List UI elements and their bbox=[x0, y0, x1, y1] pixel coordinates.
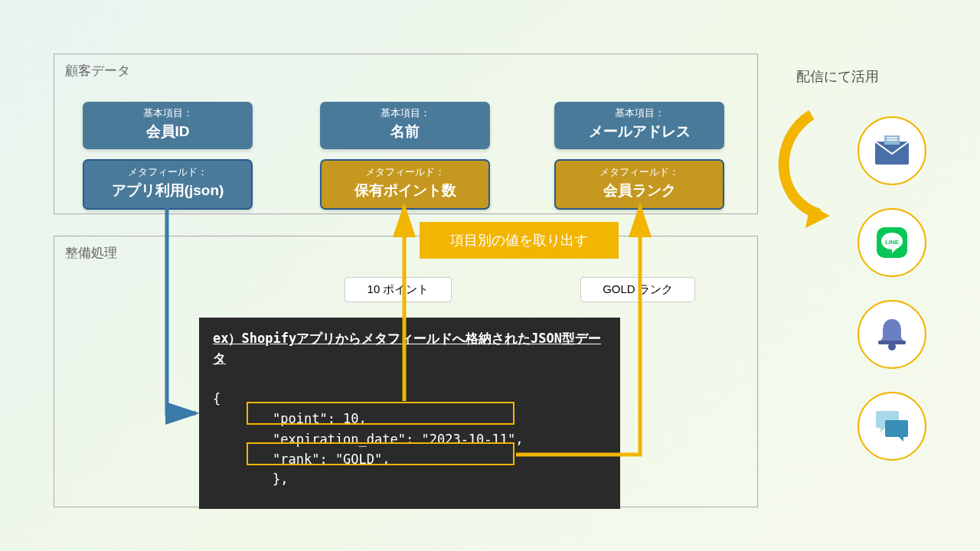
value-points: 10 ポイント bbox=[345, 277, 452, 302]
line-icon: LINE bbox=[858, 208, 926, 277]
basic-field-email: 基本項目： メールアドレス bbox=[554, 102, 724, 149]
panel-title: 顧客データ bbox=[65, 62, 746, 80]
right-title: 配信にて活用 bbox=[796, 67, 879, 86]
basic-field-name: 基本項目： 名前 bbox=[320, 102, 490, 149]
highlight-rank-line bbox=[247, 442, 514, 465]
svg-rect-10 bbox=[885, 420, 908, 437]
mail-icon bbox=[858, 116, 926, 185]
panel-title: 整備処理 bbox=[65, 244, 746, 262]
extract-label-box: 項目別の値を取り出す bbox=[420, 222, 619, 259]
chat-icon bbox=[858, 392, 926, 461]
meta-field-app-json: メタフィールド： アプリ利用(json) bbox=[83, 159, 253, 210]
svg-text:LINE: LINE bbox=[885, 239, 900, 246]
meta-field-points: メタフィールド： 保有ポイント数 bbox=[320, 159, 490, 210]
svg-rect-8 bbox=[878, 341, 906, 344]
bell-icon bbox=[858, 300, 926, 369]
highlight-point-line bbox=[247, 402, 514, 425]
code-title: ex）Shopifyアプリからメタフィールドへ格納されたJSON型データ bbox=[213, 328, 606, 369]
value-rank: GOLD ランク bbox=[580, 277, 695, 302]
meta-field-rank: メタフィールド： 会員ランク bbox=[554, 159, 724, 210]
basic-field-member-id: 基本項目： 会員ID bbox=[83, 102, 253, 149]
